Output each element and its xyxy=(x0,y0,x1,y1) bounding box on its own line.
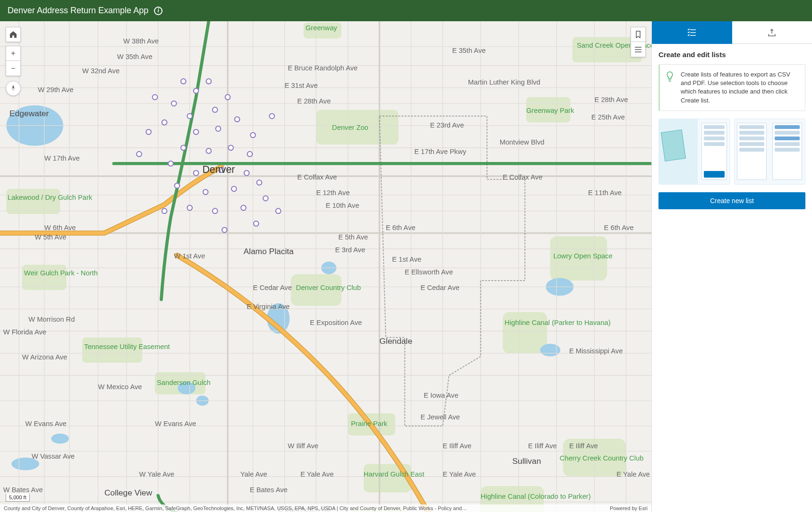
svg-text:W 5th Ave: W 5th Ave xyxy=(35,233,67,241)
svg-text:E Jewell Ave: E Jewell Ave xyxy=(420,413,460,421)
svg-point-90 xyxy=(203,189,208,195)
svg-text:Lakewood / Dry Gulch Park: Lakewood / Dry Gulch Park xyxy=(8,194,93,201)
svg-point-70 xyxy=(194,88,199,94)
svg-text:E Iowa Ave: E Iowa Ave xyxy=(424,392,458,399)
svg-text:E 3rd Ave: E 3rd Ave xyxy=(335,246,366,254)
svg-text:W Evans Ave: W Evans Ave xyxy=(26,420,67,427)
svg-text:Highline Canal (Colorado to Pa: Highline Canal (Colorado to Parker) xyxy=(481,493,591,500)
svg-point-102 xyxy=(146,129,151,135)
powered-by: Powered by Esri xyxy=(610,505,648,511)
panel-body: Create and edit lists Create lists of fe… xyxy=(652,44,812,512)
svg-text:W 17th Ave: W 17th Ave xyxy=(44,154,80,162)
svg-text:E Yale Ave: E Yale Ave xyxy=(443,470,476,478)
svg-point-92 xyxy=(257,180,262,185)
svg-text:E Colfax Ave: E Colfax Ave xyxy=(297,173,337,181)
svg-point-22 xyxy=(540,344,560,357)
create-list-button[interactable]: Create new list xyxy=(658,192,805,209)
svg-text:W 38th Ave: W 38th Ave xyxy=(123,37,159,45)
tab-lists[interactable] xyxy=(652,21,732,44)
svg-text:E 23rd Ave: E 23rd Ave xyxy=(430,121,464,129)
map-view[interactable]: Denver Alamo Placita Glendale Sullivan E… xyxy=(0,21,651,512)
svg-text:W Mexico Ave: W Mexico Ave xyxy=(98,383,142,391)
svg-text:Cherry Creek Country Club: Cherry Creek Country Club xyxy=(560,454,644,462)
svg-text:Yale Ave: Yale Ave xyxy=(240,470,267,478)
svg-point-103 xyxy=(137,152,142,157)
svg-point-79 xyxy=(235,117,240,122)
svg-text:W Morrison Rd: W Morrison Rd xyxy=(28,316,75,323)
scalebar: 5,000 ft xyxy=(6,494,30,502)
svg-point-69 xyxy=(181,79,186,84)
illustration-select xyxy=(658,119,730,185)
svg-text:E 25th Ave: E 25th Ave xyxy=(591,113,625,121)
zoom-in-button[interactable]: + xyxy=(6,46,21,61)
svg-text:Montview Blvd: Montview Blvd xyxy=(500,138,545,146)
zoom-out-button[interactable]: − xyxy=(6,61,21,76)
svg-text:Martin Luther King Blvd: Martin Luther King Blvd xyxy=(468,78,540,86)
svg-point-71 xyxy=(171,101,177,106)
svg-point-97 xyxy=(162,208,167,213)
svg-point-94 xyxy=(213,208,218,213)
map-controls-right xyxy=(631,27,646,57)
attribution-text: County and City of Denver, County of Ara… xyxy=(4,505,604,511)
illustration-row xyxy=(658,119,805,185)
list-icon xyxy=(687,28,697,37)
svg-point-95 xyxy=(241,205,246,211)
svg-text:W Yale Ave: W Yale Ave xyxy=(139,470,174,478)
svg-point-74 xyxy=(213,107,218,112)
svg-text:W Florida Ave: W Florida Ave xyxy=(3,328,46,336)
svg-text:E 6th Ave: E 6th Ave xyxy=(386,224,416,231)
svg-text:E 31st Ave: E 31st Ave xyxy=(284,82,317,89)
svg-text:E 12th Ave: E 12th Ave xyxy=(316,189,350,196)
svg-text:Highline Canal (Parker to Hava: Highline Canal (Parker to Havana) xyxy=(504,319,610,326)
svg-text:E 28th Ave: E 28th Ave xyxy=(297,97,331,105)
tab-export[interactable] xyxy=(732,21,812,44)
svg-text:Lowry Open Space: Lowry Open Space xyxy=(553,252,612,260)
svg-point-73 xyxy=(187,113,192,119)
svg-text:W Vassar Ave: W Vassar Ave xyxy=(32,452,75,460)
svg-text:E 35th Ave: E 35th Ave xyxy=(452,47,486,54)
compass-button[interactable] xyxy=(6,81,21,96)
svg-text:W 35th Ave: W 35th Ave xyxy=(117,53,153,60)
app-title: Denver Address Return Example App xyxy=(8,6,148,16)
svg-text:Weir Gulch Park - North: Weir Gulch Park - North xyxy=(24,269,98,277)
svg-rect-14 xyxy=(6,189,60,214)
svg-point-84 xyxy=(247,152,252,157)
svg-point-77 xyxy=(194,129,199,135)
svg-text:Greenway Park: Greenway Park xyxy=(526,107,574,114)
svg-point-78 xyxy=(216,126,221,131)
svg-text:E 10th Ave: E 10th Ave xyxy=(325,202,359,209)
svg-point-75 xyxy=(225,94,231,100)
svg-point-104 xyxy=(269,113,274,119)
svg-text:E Mississippi Ave: E Mississippi Ave xyxy=(569,347,623,355)
svg-text:E Virginia Ave: E Virginia Ave xyxy=(247,303,290,310)
svg-point-91 xyxy=(231,186,237,191)
lightbulb-icon xyxy=(666,71,674,84)
svg-text:W 1st Ave: W 1st Ave xyxy=(174,252,205,260)
svg-text:Tennessee Utility Easement: Tennessee Utility Easement xyxy=(84,343,170,350)
app-header: Denver Address Return Example App i xyxy=(0,0,812,21)
svg-point-93 xyxy=(187,205,192,211)
legend-button[interactable] xyxy=(631,42,646,57)
svg-point-89 xyxy=(175,183,180,188)
svg-text:E Iliff Ave: E Iliff Ave xyxy=(569,442,598,450)
map-controls-left: + − xyxy=(6,27,21,96)
svg-text:Denver Zoo: Denver Zoo xyxy=(332,124,368,131)
svg-text:W 32nd Ave: W 32nd Ave xyxy=(82,67,120,75)
svg-point-96 xyxy=(263,196,268,201)
bookmark-icon xyxy=(635,31,641,38)
svg-point-83 xyxy=(228,145,233,150)
svg-text:E Iliff Ave: E Iliff Ave xyxy=(443,442,471,450)
svg-text:E Bates Ave: E Bates Ave xyxy=(250,486,288,494)
map-attribution: County and City of Denver, County of Ara… xyxy=(0,504,651,512)
side-panel: Create and edit lists Create lists of fe… xyxy=(651,21,812,512)
svg-point-80 xyxy=(250,133,256,138)
svg-text:E Iliff Ave: E Iliff Ave xyxy=(528,442,557,450)
home-button[interactable] xyxy=(6,27,21,42)
info-icon[interactable]: i xyxy=(154,7,162,15)
svg-text:E Cedar Ave: E Cedar Ave xyxy=(420,284,459,291)
svg-text:Greenway: Greenway xyxy=(306,24,338,32)
bookmark-button[interactable] xyxy=(631,27,646,42)
svg-text:E Yale Ave: E Yale Ave xyxy=(300,470,333,478)
svg-text:E Cedar Ave: E Cedar Ave xyxy=(253,284,292,291)
svg-text:W Arizona Ave: W Arizona Ave xyxy=(22,353,67,361)
